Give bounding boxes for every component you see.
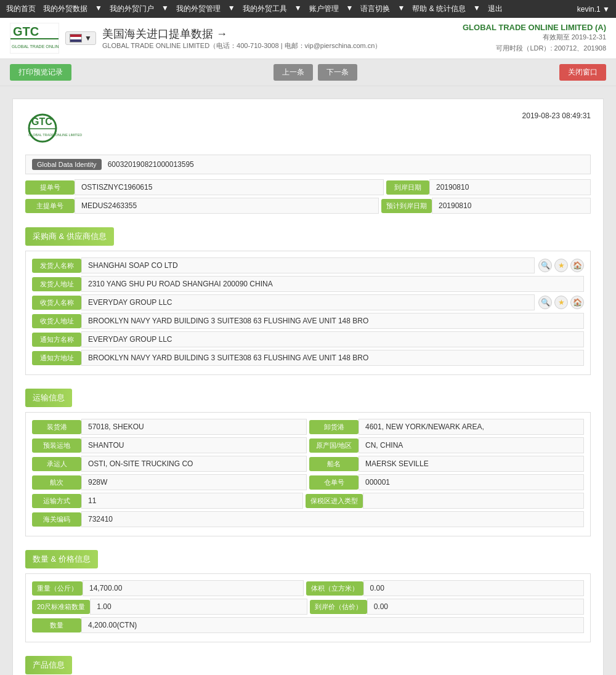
- volume-label: 体积（立方米）: [306, 581, 363, 596]
- nav-logout[interactable]: 退出: [488, 4, 503, 14]
- bill-no-value: OSTISZNYC1960615: [75, 179, 384, 195]
- pre-transport-label: 预装运地: [32, 439, 81, 453]
- toolbar-right: 关闭窗口: [559, 64, 606, 81]
- page-subtitle: GLOBAL TRADE ONLINE LIMITED（电话：400-710-3…: [102, 41, 382, 51]
- container-qty-row: 20尺标准箱数量 1.00 到岸价（估价） 0.00: [32, 599, 584, 615]
- shipper-house-icon[interactable]: 🏠: [570, 259, 584, 272]
- svg-text:GTC: GTC: [31, 116, 52, 127]
- nav-management[interactable]: 我的外贸管理: [176, 4, 221, 14]
- quantity-header: 数量 & 价格信息: [25, 550, 98, 568]
- global-data-identity-row: Global Data Identity 6003201908210000135…: [25, 155, 591, 174]
- loading-port-value: 57018, SHEKOU: [81, 419, 307, 435]
- consignee-name-label: 收货人名称: [32, 296, 81, 310]
- logo-container: GTC GLOBAL TRADE ONLINE LIMITED: [10, 23, 59, 54]
- header-right: GLOBAL TRADE ONLINE LIMITED (A) 有效期至 201…: [463, 23, 606, 54]
- shipper-address-row: 发货人地址 2310 YANG SHU PU ROAD SHANGHAI 200…: [32, 276, 584, 292]
- transport-mode-label: 运输方式: [32, 494, 81, 508]
- svg-text:GLOBAL TRADE ONLINE LIMITED: GLOBAL TRADE ONLINE LIMITED: [12, 44, 59, 49]
- shipper-icons: 🔍 ★ 🏠: [538, 259, 584, 272]
- shipper-star-icon[interactable]: ★: [554, 259, 568, 272]
- consignee-star-icon[interactable]: ★: [554, 296, 568, 309]
- master-bill-label: 主提单号: [25, 199, 75, 213]
- nav-help[interactable]: 帮助 & 统计信息: [412, 4, 466, 14]
- transport-mode-value: 11: [81, 493, 303, 509]
- document-header: GTC GLOBAL TRADE ONLINE LIMITED 2019-08-…: [25, 111, 591, 145]
- transport-header: 运输信息: [25, 389, 72, 407]
- gtc-logo-svg: GTC GLOBAL TRADE ONLINE LIMITED: [10, 23, 59, 53]
- origin-country-label: 原产国/地区: [309, 439, 359, 453]
- shipper-address-value: 2310 YANG SHU PU ROAD SHANGHAI 200090 CH…: [81, 276, 584, 292]
- master-bill-value: MEDUS2463355: [75, 198, 379, 214]
- notify-address-label: 通知方地址: [32, 351, 81, 365]
- quantity-section: 数量 & 价格信息 重量（公斤） 14,700.00 体积（立方米） 0.00 …: [25, 543, 591, 642]
- transport-content: 装货港 57018, SHEKOU 卸货港 4601, NEW YORK/NEW…: [25, 412, 591, 536]
- toolbar-left: 打印预览记录: [10, 64, 71, 81]
- estimated-arrival-label: 预计到岸日期: [381, 199, 432, 213]
- origin-country-value: CN, CHINA: [359, 437, 584, 453]
- loading-port-label: 装货港: [32, 420, 81, 434]
- flag-dropdown-arrow: ▼: [84, 34, 92, 42]
- nav-language[interactable]: 语言切换: [360, 4, 390, 14]
- quantity-label: 数量: [32, 618, 81, 633]
- page-title: 美国海关进口提单数据 →: [102, 26, 382, 41]
- header-left: GTC GLOBAL TRADE ONLINE LIMITED ▼ 美国海关进口…: [10, 23, 381, 54]
- customs-code-row: 海关编码 732410: [32, 511, 584, 527]
- landing-price-label: 到岸价（估价）: [310, 600, 367, 614]
- toolbar: 打印预览记录 上一条 下一条 关闭窗口: [0, 59, 616, 86]
- customs-code-value: 732410: [81, 511, 584, 527]
- doc-logo-svg: GTC GLOBAL TRADE ONLINE LIMITED: [25, 111, 118, 145]
- bonded-zone-value: [363, 493, 585, 509]
- consignee-icons: 🔍 ★ 🏠: [538, 296, 584, 309]
- close-button[interactable]: 关闭窗口: [559, 64, 606, 81]
- prev-button[interactable]: 上一条: [274, 64, 313, 81]
- unloading-port-label: 卸货港: [309, 420, 359, 434]
- consignee-name-value: EVERYDAY GROUP LLC: [81, 294, 535, 310]
- nav-trade-data[interactable]: 我的外贸数据: [43, 4, 87, 14]
- voyage-label: 航次: [32, 475, 81, 490]
- page-title-area: 美国海关进口提单数据 → GLOBAL TRADE ONLINE LIMITED…: [102, 26, 382, 51]
- landing-price-value: 0.00: [367, 599, 584, 615]
- buyer-supplier-content: 发货人名称 SHANGHAI SOAP CO LTD 🔍 ★ 🏠 发货人地址 2…: [25, 251, 591, 375]
- ports-row: 装货港 57018, SHEKOU 卸货港 4601, NEW YORK/NEW…: [32, 419, 584, 435]
- weight-row: 重量（公斤） 14,700.00 体积（立方米） 0.00: [32, 580, 584, 596]
- voyage-value: 928W: [81, 474, 307, 490]
- master-bill-row: 主提单号 MEDUS2463355 预计到岸日期 20190810: [25, 198, 591, 214]
- next-button[interactable]: 下一条: [318, 64, 357, 81]
- consignee-address-row: 收货人地址 BROOKLYN NAVY YARD BUILDING 3 SUIT…: [32, 313, 584, 329]
- carrier-label: 承运人: [32, 457, 81, 471]
- shipper-search-icon[interactable]: 🔍: [538, 259, 552, 272]
- buyer-supplier-section: 采购商 & 供应商信息 发货人名称 SHANGHAI SOAP CO LTD 🔍…: [25, 220, 591, 375]
- product-section: 产品信息 vi.gtcdata.com 集装箱编号 FCIU5939183（CN…: [25, 649, 591, 675]
- vessel-label: 船名: [309, 457, 359, 471]
- flag-selector[interactable]: ▼: [65, 31, 96, 45]
- arrival-date-label: 到岸日期: [386, 180, 429, 195]
- warehouse-no-label: 仓单号: [309, 475, 359, 490]
- notify-name-row: 通知方名称 EVERYDAY GROUP LLC: [32, 331, 584, 347]
- nav-home[interactable]: 我的首页: [6, 4, 36, 14]
- consignee-address-label: 收货人地址: [32, 314, 81, 328]
- quantity-content: 重量（公斤） 14,700.00 体积（立方米） 0.00 20尺标准箱数量 1…: [25, 573, 591, 642]
- weight-label: 重量（公斤）: [32, 581, 83, 596]
- consignee-search-icon[interactable]: 🔍: [538, 296, 552, 309]
- quantity-value: 4,200.00(CTN): [81, 617, 584, 633]
- user-info[interactable]: kevin.1 ▼: [577, 5, 610, 14]
- print-button[interactable]: 打印预览记录: [10, 64, 71, 81]
- nav-tools[interactable]: 我的外贸工具: [243, 4, 287, 14]
- container-20ft-value: 1.00: [90, 599, 307, 615]
- nav-portal[interactable]: 我的外贸门户: [110, 4, 154, 14]
- carrier-value: OSTI, ON-SITE TRUCKING CO: [81, 456, 307, 472]
- unloading-port-value: 4601, NEW YORK/NEWARK AREA,: [359, 419, 584, 435]
- consignee-house-icon[interactable]: 🏠: [570, 296, 584, 309]
- nav-account[interactable]: 账户管理: [309, 4, 339, 14]
- notify-address-value: BROOKLYN NAVY YARD BUILDING 3 SUITE308 6…: [81, 350, 584, 366]
- notify-name-value: EVERYDAY GROUP LLC: [81, 331, 584, 347]
- consignee-address-value: BROOKLYN NAVY YARD BUILDING 3 SUITE308 6…: [81, 313, 584, 329]
- company-name: GLOBAL TRADE ONLINE LIMITED (A): [463, 23, 606, 32]
- shipper-name-label: 发货人名称: [32, 259, 81, 273]
- volume-value: 0.00: [363, 580, 585, 596]
- nav-links: 我的首页 我的外贸数据▼ 我的外贸门户▼ 我的外贸管理▼ 我的外贸工具▼ 账户管…: [6, 4, 503, 14]
- logo: GTC GLOBAL TRADE ONLINE LIMITED: [10, 23, 59, 54]
- ldr-info: 可用时段（LDR）: 200712、201908: [463, 43, 606, 54]
- bill-no-row: 提单号 OSTISZNYC1960615 到岸日期 20190810: [25, 179, 591, 195]
- page-header: GTC GLOBAL TRADE ONLINE LIMITED ▼ 美国海关进口…: [0, 18, 616, 59]
